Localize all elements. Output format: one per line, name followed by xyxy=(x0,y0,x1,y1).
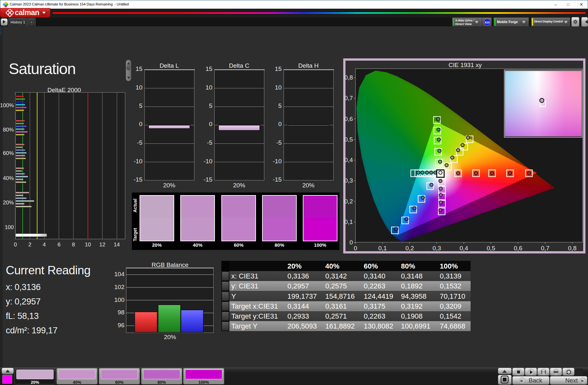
svg-text:0,1: 0,1 xyxy=(378,245,387,252)
svg-text:0,2: 0,2 xyxy=(405,245,414,252)
svg-text:0,3: 0,3 xyxy=(432,245,441,252)
svg-text:0,8: 0,8 xyxy=(345,74,353,81)
svg-text:0,1: 0,1 xyxy=(345,218,353,225)
svg-text:0,6: 0,6 xyxy=(345,116,353,122)
svg-text:0: 0 xyxy=(354,245,357,252)
svg-text:0,3: 0,3 xyxy=(345,177,353,184)
svg-text:0,7: 0,7 xyxy=(541,245,549,252)
svg-text:0,4: 0,4 xyxy=(460,245,468,252)
svg-text:0,6: 0,6 xyxy=(514,245,522,252)
svg-text:0,5: 0,5 xyxy=(487,245,495,252)
svg-text:0,8: 0,8 xyxy=(568,245,576,252)
svg-text:0,4: 0,4 xyxy=(345,157,353,163)
svg-text:0,2: 0,2 xyxy=(345,198,353,205)
svg-text:0,5: 0,5 xyxy=(345,136,353,143)
svg-text:0: 0 xyxy=(349,239,353,246)
svg-text:0,7: 0,7 xyxy=(345,95,353,101)
